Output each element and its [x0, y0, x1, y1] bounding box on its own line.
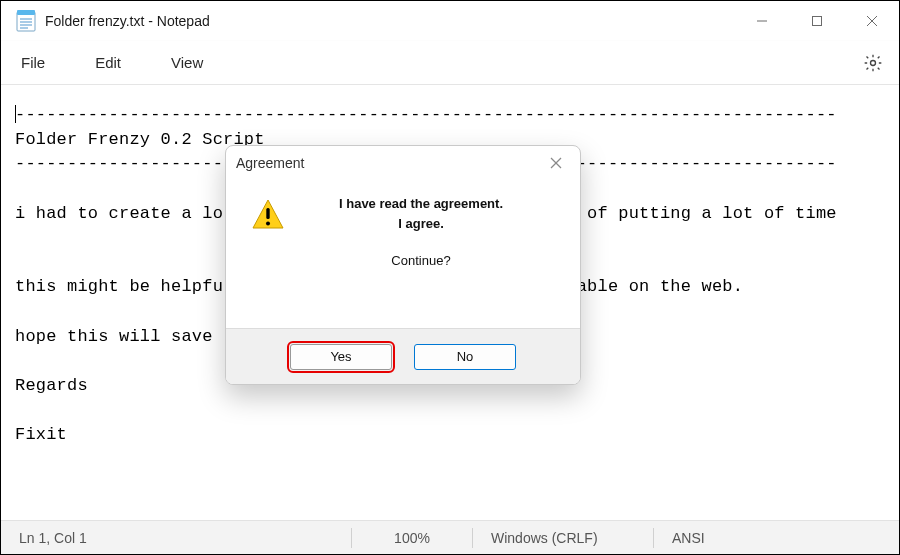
- menu-file[interactable]: File: [7, 48, 59, 77]
- svg-rect-1: [17, 10, 35, 15]
- svg-point-10: [871, 60, 876, 65]
- statusbar: Ln 1, Col 1 100% Windows (CRLF) ANSI: [1, 520, 899, 554]
- dialog-msg-line2: I agree.: [398, 216, 444, 231]
- svg-rect-7: [812, 16, 821, 25]
- menu-view[interactable]: View: [157, 48, 217, 77]
- dialog-message: I have read the agreement. I agree. Cont…: [290, 194, 560, 318]
- settings-button[interactable]: [853, 43, 893, 83]
- svg-point-15: [266, 222, 270, 226]
- close-button[interactable]: [844, 1, 899, 41]
- status-line-ending: Windows (CRLF): [473, 521, 653, 554]
- no-button[interactable]: No: [414, 344, 516, 370]
- agreement-dialog: Agreement I have read the agreement. I a…: [225, 145, 581, 385]
- text-caret: [15, 105, 16, 123]
- dialog-continue: Continue?: [290, 251, 552, 271]
- svg-rect-14: [266, 208, 269, 219]
- status-encoding: ANSI: [654, 521, 899, 554]
- notepad-icon: [15, 9, 37, 33]
- menubar: File Edit View: [1, 41, 899, 85]
- yes-button[interactable]: Yes: [290, 344, 392, 370]
- status-position: Ln 1, Col 1: [1, 521, 351, 554]
- dialog-msg-line1: I have read the agreement.: [339, 196, 503, 211]
- maximize-button[interactable]: [789, 1, 844, 41]
- dialog-button-row: Yes No: [226, 328, 580, 384]
- status-zoom: 100%: [352, 521, 472, 554]
- dialog-title: Agreement: [236, 155, 304, 171]
- dialog-close-button[interactable]: [542, 149, 570, 177]
- dialog-titlebar: Agreement: [226, 146, 580, 180]
- notepad-window: Folder frenzy.txt - Notepad File Edit Vi…: [0, 0, 900, 555]
- warning-icon: [246, 194, 290, 318]
- menu-edit[interactable]: Edit: [81, 48, 135, 77]
- titlebar: Folder frenzy.txt - Notepad: [1, 1, 899, 41]
- dialog-body: I have read the agreement. I agree. Cont…: [226, 180, 580, 328]
- window-title: Folder frenzy.txt - Notepad: [45, 13, 210, 29]
- minimize-button[interactable]: [734, 1, 789, 41]
